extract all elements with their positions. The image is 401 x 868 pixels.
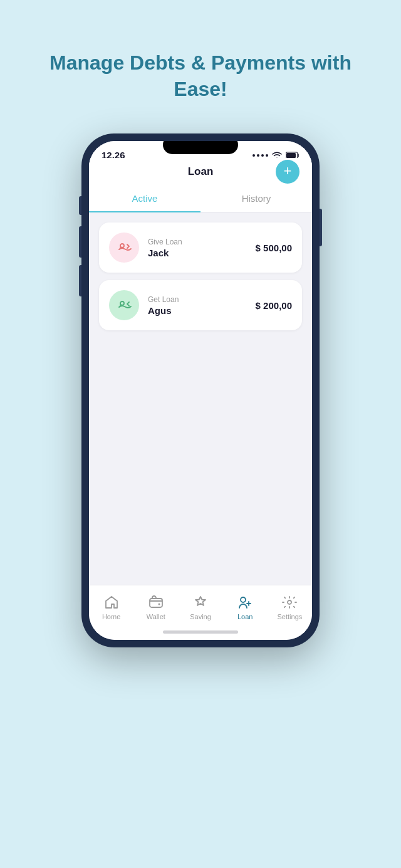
plus-icon: + — [284, 164, 292, 178]
nav-loan-label: Loan — [237, 613, 253, 620]
header-title: Loan — [188, 165, 214, 178]
nav-settings-label: Settings — [278, 613, 303, 620]
home-icon — [103, 594, 120, 610]
loan-type-give: Give Loan — [148, 238, 247, 246]
nav-home[interactable]: Home — [89, 592, 133, 623]
silent-button — [79, 196, 81, 215]
power-button — [320, 209, 322, 246]
dynamic-island — [163, 141, 238, 154]
nav-settings[interactable]: Settings — [268, 592, 312, 623]
tab-history[interactable]: History — [200, 186, 312, 212]
loan-card-give[interactable]: Give Loan Jack $ 500,00 — [99, 222, 302, 273]
settings-icon — [281, 594, 298, 610]
tabs-bar: Active History — [89, 186, 312, 212]
svg-point-6 — [241, 597, 246, 602]
nav-saving[interactable]: Saving — [178, 592, 222, 623]
get-loan-icon — [109, 290, 139, 320]
nav-home-label: Home — [102, 613, 120, 620]
nav-saving-label: Saving — [190, 613, 211, 620]
saving-icon — [192, 594, 209, 610]
signal-icon — [253, 154, 268, 157]
svg-point-7 — [288, 600, 291, 604]
page-title: Manage Debts & Payments with Ease! — [44, 50, 357, 102]
loan-type-get: Get Loan — [148, 295, 247, 304]
bottom-nav: Home Wallet Saving — [89, 585, 312, 627]
loans-content: Give Loan Jack $ 500,00 Get Loan — [89, 212, 312, 585]
loan-amount-give: $ 500,00 — [256, 243, 292, 253]
loan-amount-get: $ 200,00 — [256, 300, 292, 311]
home-indicator — [89, 627, 312, 640]
loan-name-get: Agus — [148, 305, 247, 316]
nav-loan[interactable]: Loan — [223, 592, 268, 623]
svg-rect-1 — [286, 153, 296, 158]
nav-wallet[interactable]: Wallet — [133, 592, 178, 623]
add-loan-button[interactable]: + — [276, 160, 299, 184]
volume-down-button — [79, 265, 81, 296]
svg-point-3 — [120, 301, 124, 305]
tab-active[interactable]: Active — [89, 186, 200, 212]
loan-name-give: Jack — [148, 248, 247, 258]
loan-card-get[interactable]: Get Loan Agus $ 200,00 — [99, 280, 302, 330]
home-bar — [163, 630, 238, 634]
loan-nav-icon — [237, 594, 253, 610]
loan-info-give: Give Loan Jack — [148, 238, 247, 258]
svg-point-2 — [120, 244, 124, 248]
phone-screen: 12.26 — [89, 141, 312, 640]
give-loan-icon — [109, 233, 139, 263]
volume-up-button — [79, 226, 81, 258]
app-header: Loan + — [89, 158, 312, 186]
svg-point-5 — [158, 604, 160, 605]
wallet-icon — [148, 594, 164, 610]
loan-info-get: Get Loan Agus — [148, 295, 247, 316]
phone-shell: 12.26 — [81, 133, 320, 647]
svg-rect-4 — [150, 599, 162, 607]
nav-wallet-label: Wallet — [147, 613, 165, 620]
